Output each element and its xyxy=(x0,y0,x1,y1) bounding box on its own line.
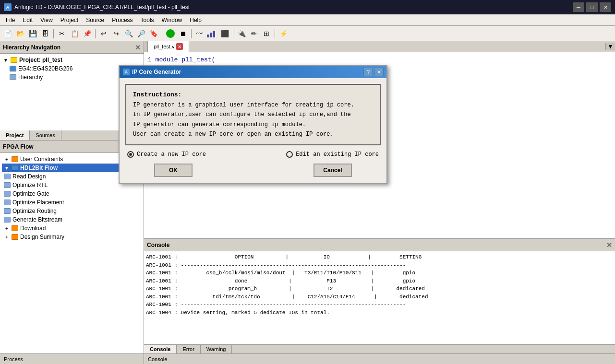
instruction-line-2: IP generator can generate corresponding … xyxy=(133,120,373,129)
cancel-button[interactable]: Cancel xyxy=(314,164,352,177)
radio-edit-existing[interactable]: Edit an existing IP core xyxy=(286,151,379,158)
instruction-line-0: IP generator is a graphical user interfa… xyxy=(133,100,373,110)
radio-edit-icon xyxy=(286,151,293,158)
dialog-title: IP Core Generator xyxy=(132,69,181,75)
dialog-body: Instructions: IP generator is a graphica… xyxy=(120,78,386,183)
dialog-icon: A xyxy=(122,68,130,76)
dialog-title-left: A IP Core Generator xyxy=(122,68,181,76)
instruction-line-1: In IP generator,user can configure the s… xyxy=(133,110,373,119)
dialog-buttons: OK Cancel xyxy=(125,164,381,177)
instructions-box: Instructions: IP generator is a graphica… xyxy=(125,84,381,145)
radio-create-label: Create a new IP core xyxy=(137,151,206,158)
instructions-title: Instructions: xyxy=(133,90,373,100)
dialog-close-button[interactable]: ✕ xyxy=(374,68,384,76)
dialog-title-bar: A IP Core Generator ? ✕ xyxy=(120,66,386,78)
ip-core-dialog: A IP Core Generator ? ✕ Instructions: IP… xyxy=(119,65,387,184)
radio-row: Create a new IP core Edit an existing IP… xyxy=(125,151,381,158)
dialog-overlay: A IP Core Generator ? ✕ Instructions: IP… xyxy=(0,0,615,364)
dialog-controls: ? ✕ xyxy=(363,68,384,76)
instruction-line-3: User can create a new IP core or open an… xyxy=(133,129,373,139)
radio-create-icon xyxy=(127,151,134,158)
ok-button[interactable]: OK xyxy=(154,164,193,177)
radio-create-new[interactable]: Create a new IP core xyxy=(127,151,206,158)
radio-edit-label: Edit an existing IP core xyxy=(296,151,379,158)
dialog-help-button[interactable]: ? xyxy=(363,68,373,76)
